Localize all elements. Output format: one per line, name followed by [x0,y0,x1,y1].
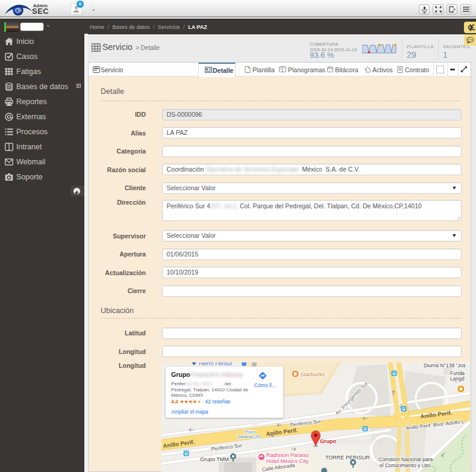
svg-text:Radisson Paraiso: Radisson Paraiso [266,452,309,458]
svg-text:Hierro Perisur: Hierro Perisur [199,362,233,367]
svg-text:Directo 20: Directo 20 [238,434,260,439]
svg-text:Langd: Langd [450,376,465,382]
svg-text:Hotel Mexico City: Hotel Mexico City [266,458,309,464]
svg-text:Financiero Inbursa: Financiero Inbursa [337,438,383,444]
svg-text:Starbucks: Starbucks [301,371,325,377]
svg-text:Comisión Nacional para: Comisión Nacional para [378,456,433,462]
svg-text:el Conocimiento y Uso: el Conocimiento y Uso [380,462,431,468]
svg-text:TORRE PERISUR: TORRE PERISUR [325,455,370,461]
svg-text:Grupo: Grupo [320,438,336,444]
svg-text:Diurna N°139 "Jos: Diurna N°139 "Jos [424,362,466,368]
svg-text:Grupo TMM: Grupo TMM [200,456,229,462]
